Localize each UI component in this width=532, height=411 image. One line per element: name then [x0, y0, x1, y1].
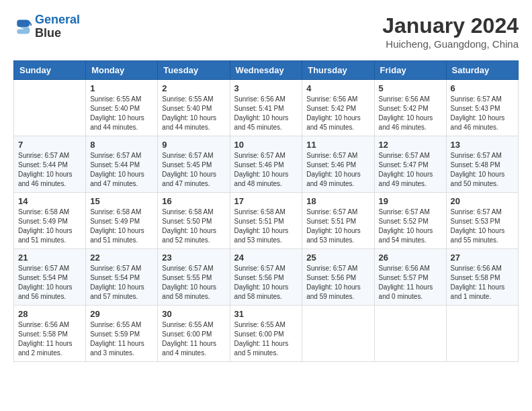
day-info: Sunrise: 6:57 AM Sunset: 5:56 PM Dayligh… — [306, 264, 369, 302]
calendar-cell: 7Sunrise: 6:57 AM Sunset: 5:44 PM Daylig… — [14, 136, 86, 193]
logo-text: General Blue — [35, 13, 80, 40]
day-info: Sunrise: 6:56 AM Sunset: 5:41 PM Dayligh… — [234, 95, 298, 132]
day-info: Sunrise: 6:56 AM Sunset: 5:58 PM Dayligh… — [451, 264, 514, 302]
day-number: 22 — [90, 253, 153, 263]
logo: General Blue — [13, 13, 80, 40]
calendar-week-4: 21Sunrise: 6:57 AM Sunset: 5:54 PM Dayli… — [14, 249, 519, 306]
calendar-cell: 15Sunrise: 6:58 AM Sunset: 5:49 PM Dayli… — [86, 193, 158, 249]
day-number: 18 — [306, 196, 369, 206]
calendar-cell: 29Sunrise: 6:55 AM Sunset: 5:59 PM Dayli… — [86, 306, 158, 362]
day-info: Sunrise: 6:57 AM Sunset: 5:48 PM Dayligh… — [451, 151, 514, 189]
day-number: 16 — [162, 196, 225, 206]
day-number: 9 — [162, 140, 225, 150]
calendar-cell: 12Sunrise: 6:57 AM Sunset: 5:47 PM Dayli… — [374, 136, 446, 193]
day-number: 19 — [379, 196, 442, 206]
calendar-cell: 22Sunrise: 6:57 AM Sunset: 5:54 PM Dayli… — [86, 249, 158, 306]
calendar-week-5: 28Sunrise: 6:56 AM Sunset: 5:58 PM Dayli… — [14, 306, 519, 362]
day-number: 7 — [18, 140, 81, 150]
day-info: Sunrise: 6:58 AM Sunset: 5:49 PM Dayligh… — [90, 208, 153, 245]
calendar-cell: 8Sunrise: 6:57 AM Sunset: 5:44 PM Daylig… — [86, 136, 158, 193]
day-number: 13 — [451, 140, 514, 150]
calendar-cell — [446, 306, 518, 362]
day-number: 30 — [162, 309, 225, 319]
month-year: January 2024 — [382, 13, 519, 38]
day-info: Sunrise: 6:56 AM Sunset: 5:42 PM Dayligh… — [306, 95, 369, 132]
day-info: Sunrise: 6:57 AM Sunset: 5:54 PM Dayligh… — [90, 264, 153, 302]
day-info: Sunrise: 6:56 AM Sunset: 5:57 PM Dayligh… — [379, 264, 442, 302]
calendar-cell: 31Sunrise: 6:55 AM Sunset: 6:00 PM Dayli… — [230, 306, 302, 362]
calendar-cell: 6Sunrise: 6:57 AM Sunset: 5:43 PM Daylig… — [446, 80, 518, 136]
day-info: Sunrise: 6:57 AM Sunset: 5:46 PM Dayligh… — [306, 151, 369, 189]
day-info: Sunrise: 6:58 AM Sunset: 5:50 PM Dayligh… — [162, 208, 225, 245]
day-number: 11 — [306, 140, 369, 150]
day-info: Sunrise: 6:57 AM Sunset: 5:44 PM Dayligh… — [18, 151, 81, 189]
calendar-cell: 28Sunrise: 6:56 AM Sunset: 5:58 PM Dayli… — [14, 306, 86, 362]
day-info: Sunrise: 6:57 AM Sunset: 5:52 PM Dayligh… — [379, 208, 442, 245]
calendar-week-2: 7Sunrise: 6:57 AM Sunset: 5:44 PM Daylig… — [14, 136, 519, 193]
day-number: 27 — [451, 253, 514, 263]
day-info: Sunrise: 6:55 AM Sunset: 5:59 PM Dayligh… — [90, 320, 153, 358]
day-info: Sunrise: 6:57 AM Sunset: 5:55 PM Dayligh… — [162, 264, 225, 302]
calendar-cell: 5Sunrise: 6:56 AM Sunset: 5:42 PM Daylig… — [374, 80, 446, 136]
calendar-cell: 14Sunrise: 6:58 AM Sunset: 5:49 PM Dayli… — [14, 193, 86, 249]
day-info: Sunrise: 6:57 AM Sunset: 5:56 PM Dayligh… — [234, 264, 298, 302]
calendar-cell: 13Sunrise: 6:57 AM Sunset: 5:48 PM Dayli… — [446, 136, 518, 193]
calendar-header-row: SundayMondayTuesdayWednesdayThursdayFrid… — [14, 61, 519, 80]
day-info: Sunrise: 6:57 AM Sunset: 5:53 PM Dayligh… — [451, 208, 514, 245]
calendar-cell: 24Sunrise: 6:57 AM Sunset: 5:56 PM Dayli… — [230, 249, 302, 306]
day-number: 4 — [306, 83, 369, 93]
day-info: Sunrise: 6:56 AM Sunset: 5:58 PM Dayligh… — [18, 320, 81, 358]
calendar-cell: 18Sunrise: 6:57 AM Sunset: 5:51 PM Dayli… — [302, 193, 374, 249]
day-header-thursday: Thursday — [302, 61, 374, 80]
logo-line2: Blue — [35, 27, 80, 40]
calendar-cell: 9Sunrise: 6:57 AM Sunset: 5:45 PM Daylig… — [158, 136, 230, 193]
day-number: 28 — [18, 309, 81, 319]
calendar-cell: 4Sunrise: 6:56 AM Sunset: 5:42 PM Daylig… — [302, 80, 374, 136]
day-info: Sunrise: 6:57 AM Sunset: 5:45 PM Dayligh… — [162, 151, 225, 189]
calendar-cell: 1Sunrise: 6:55 AM Sunset: 5:40 PM Daylig… — [86, 80, 158, 136]
calendar-cell: 23Sunrise: 6:57 AM Sunset: 5:55 PM Dayli… — [158, 249, 230, 306]
day-number: 31 — [234, 309, 298, 319]
day-number: 10 — [234, 140, 298, 150]
day-info: Sunrise: 6:57 AM Sunset: 5:46 PM Dayligh… — [234, 151, 298, 189]
calendar-cell: 11Sunrise: 6:57 AM Sunset: 5:46 PM Dayli… — [302, 136, 374, 193]
calendar-cell: 2Sunrise: 6:55 AM Sunset: 5:40 PM Daylig… — [158, 80, 230, 136]
calendar-week-1: 1Sunrise: 6:55 AM Sunset: 5:40 PM Daylig… — [14, 80, 519, 136]
day-info: Sunrise: 6:57 AM Sunset: 5:47 PM Dayligh… — [379, 151, 442, 189]
day-header-sunday: Sunday — [14, 61, 86, 80]
calendar-cell — [14, 80, 86, 136]
day-number: 17 — [234, 196, 298, 206]
day-header-wednesday: Wednesday — [230, 61, 302, 80]
location: Huicheng, Guangdong, China — [382, 38, 519, 50]
calendar-cell: 21Sunrise: 6:57 AM Sunset: 5:54 PM Dayli… — [14, 249, 86, 306]
calendar-cell — [374, 306, 446, 362]
day-info: Sunrise: 6:57 AM Sunset: 5:54 PM Dayligh… — [18, 264, 81, 302]
calendar-cell: 27Sunrise: 6:56 AM Sunset: 5:58 PM Dayli… — [446, 249, 518, 306]
day-number: 3 — [234, 83, 298, 93]
logo-icon — [13, 17, 32, 36]
calendar-cell: 10Sunrise: 6:57 AM Sunset: 5:46 PM Dayli… — [230, 136, 302, 193]
calendar-cell: 25Sunrise: 6:57 AM Sunset: 5:56 PM Dayli… — [302, 249, 374, 306]
page-header: General Blue January 2024 Huicheng, Guan… — [13, 13, 519, 50]
calendar-table: SundayMondayTuesdayWednesdayThursdayFrid… — [13, 60, 519, 362]
day-number: 25 — [306, 253, 369, 263]
day-number: 26 — [379, 253, 442, 263]
day-number: 29 — [90, 309, 153, 319]
day-info: Sunrise: 6:58 AM Sunset: 5:49 PM Dayligh… — [18, 208, 81, 245]
day-info: Sunrise: 6:57 AM Sunset: 5:43 PM Dayligh… — [451, 95, 514, 132]
day-info: Sunrise: 6:58 AM Sunset: 5:51 PM Dayligh… — [234, 208, 298, 245]
day-info: Sunrise: 6:55 AM Sunset: 5:40 PM Dayligh… — [162, 95, 225, 132]
title-block: January 2024 Huicheng, Guangdong, China — [382, 13, 519, 50]
day-number: 24 — [234, 253, 298, 263]
day-number: 14 — [18, 196, 81, 206]
day-info: Sunrise: 6:56 AM Sunset: 5:42 PM Dayligh… — [379, 95, 442, 132]
day-header-saturday: Saturday — [446, 61, 518, 80]
day-number: 8 — [90, 140, 153, 150]
calendar-body: 1Sunrise: 6:55 AM Sunset: 5:40 PM Daylig… — [14, 80, 519, 362]
calendar-cell: 30Sunrise: 6:55 AM Sunset: 6:00 PM Dayli… — [158, 306, 230, 362]
day-number: 21 — [18, 253, 81, 263]
day-number: 15 — [90, 196, 153, 206]
day-info: Sunrise: 6:55 AM Sunset: 6:00 PM Dayligh… — [234, 320, 298, 358]
day-header-friday: Friday — [374, 61, 446, 80]
day-info: Sunrise: 6:55 AM Sunset: 6:00 PM Dayligh… — [162, 320, 225, 358]
